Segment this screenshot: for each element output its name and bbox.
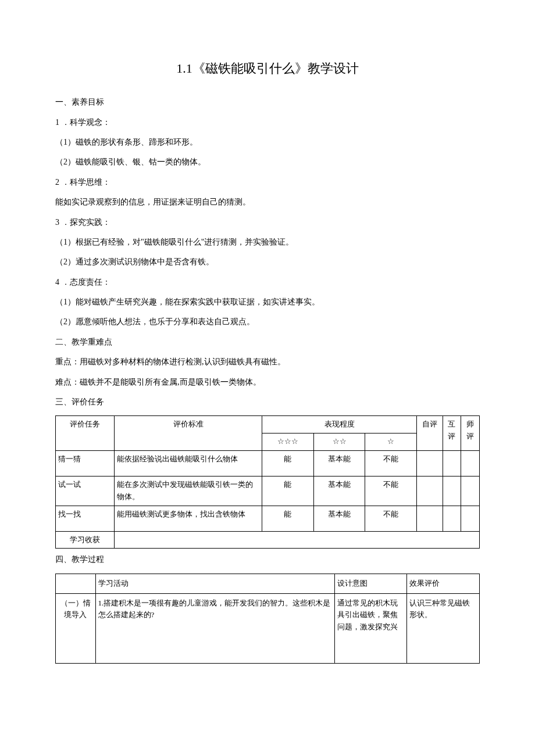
cell-task: 找一找	[56, 506, 115, 531]
cell-p2: 基本能	[313, 476, 365, 506]
cell-gain-label: 学习收获	[56, 531, 115, 549]
th-intent: 设计意图	[334, 574, 407, 593]
cell-std: 能用磁铁测试更多物体，找出含铁物体	[115, 506, 262, 531]
th-peer: 互评	[443, 416, 461, 451]
th-task: 评价任务	[56, 416, 115, 451]
cell-self	[417, 476, 443, 506]
cell-p1: 能	[262, 451, 313, 476]
cell-peer	[443, 476, 461, 506]
th-self: 自评	[417, 416, 443, 451]
th-eval: 效果评价	[407, 574, 480, 593]
table-row: （一）情境导入 1.搭建积木是一项很有趣的儿童游戏，能开发我们的智力。这些积木是…	[56, 593, 480, 663]
evaluation-task-table: 评价任务 评价标准 表现程度 自评 互评 师评 ☆☆☆ ☆☆ ☆ 猜一猜 能依据…	[55, 415, 480, 549]
sec1-item1-2: （2）磁铁能吸引铁、银、钴一类的物体。	[55, 156, 480, 169]
cell-activity: 1.搭建积木是一项很有趣的儿童游戏，能开发我们的智力。这些积木是怎么搭建起来的?	[95, 593, 334, 663]
sec2-line2: 难点：磁铁并不是能吸引所有金属,而是吸引铁一类物体。	[55, 376, 480, 389]
sec1-item2-1: 能如实记录观察到的信息，用证据来证明自己的猜测。	[55, 196, 480, 209]
sec3-heading: 三、评价任务	[55, 396, 480, 409]
sec1-item2: 2 ．科学思维：	[55, 176, 480, 189]
sec4-heading: 四、教学过程	[55, 553, 480, 566]
sec2-heading: 二、教学重难点	[55, 336, 480, 349]
th-activity: 学习活动	[95, 574, 334, 593]
th-phase	[56, 574, 96, 593]
sec1-item1-1: （1）磁铁的形状有条形、蹄形和环形。	[55, 136, 480, 149]
sec1-item3: 3 ．探究实践：	[55, 216, 480, 229]
th-star1: ☆	[365, 433, 417, 451]
sec1-item4-2: （2）愿意倾听他人想法，也乐于分享和表达自己观点。	[55, 316, 480, 328]
sec1-item4-1: （1）能对磁铁产生研究兴趣，能在探索实践中获取证据，如实讲述事实。	[55, 296, 480, 309]
cell-p2: 基本能	[313, 506, 365, 531]
cell-self	[417, 506, 443, 531]
sec1-item1: 1 ．科学观念：	[55, 116, 480, 129]
cell-teacher	[461, 506, 480, 531]
cell-task: 猜一猜	[56, 451, 115, 476]
cell-gain-value	[115, 531, 480, 549]
cell-p2: 基本能	[313, 451, 365, 476]
sec1-item3-2: （2）通过多次测试识别物体中是否含有铁。	[55, 256, 480, 268]
th-performance: 表现程度	[262, 416, 416, 433]
cell-p1: 能	[262, 506, 313, 531]
cell-p1: 能	[262, 476, 313, 506]
cell-p3: 不能	[365, 451, 417, 476]
sec1-item4: 4 ．态度责任：	[55, 276, 480, 289]
table-row: 找一找 能用磁铁测试更多物体，找出含铁物体 能 基本能 不能	[56, 506, 480, 531]
table-row: 学习收获	[56, 531, 480, 549]
cell-self	[417, 451, 443, 476]
table-row: 学习活动 设计意图 效果评价	[56, 574, 480, 593]
cell-p3: 不能	[365, 506, 417, 531]
table-row: 试一试 能在多次测试中发现磁铁能吸引铁一类的物体。 能 基本能 不能	[56, 476, 480, 506]
cell-peer	[443, 451, 461, 476]
page-title: 1.1《磁铁能吸引什么》教学设计	[55, 58, 480, 78]
cell-std: 能在多次测试中发现磁铁能吸引铁一类的物体。	[115, 476, 262, 506]
table-row: 猜一猜 能依据经验说出磁铁能吸引什么物体 能 基本能 不能	[56, 451, 480, 476]
sec1-heading: 一、素养目标	[55, 96, 480, 109]
cell-teacher	[461, 451, 480, 476]
cell-std: 能依据经验说出磁铁能吸引什么物体	[115, 451, 262, 476]
th-star3: ☆☆☆	[262, 433, 313, 451]
teaching-process-table: 学习活动 设计意图 效果评价 （一）情境导入 1.搭建积木是一项很有趣的儿童游戏…	[55, 574, 480, 664]
cell-p3: 不能	[365, 476, 417, 506]
sec1-item3-1: （1）根据已有经验，对"磁铁能吸引什么"进行猜测，并实验验证。	[55, 236, 480, 249]
cell-task: 试一试	[56, 476, 115, 506]
th-teacher: 师评	[461, 416, 480, 451]
cell-intent: 通过常见的积木玩具引出磁铁，聚焦问题，激发探究兴	[334, 593, 407, 663]
cell-eval: 认识三种常见磁铁形状。	[407, 593, 480, 663]
cell-peer	[443, 506, 461, 531]
cell-phase: （一）情境导入	[56, 593, 96, 663]
sec2-line1: 重点：用磁铁对多种材料的物体进行检测,认识到磁铁具有磁性。	[55, 356, 480, 368]
cell-teacher	[461, 476, 480, 506]
th-star2: ☆☆	[313, 433, 365, 451]
th-standard: 评价标准	[115, 416, 262, 451]
